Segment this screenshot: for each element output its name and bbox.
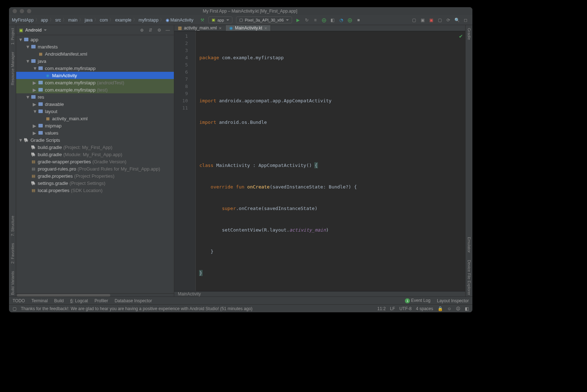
tree-row[interactable]: ▼app	[16, 36, 174, 43]
editor-tab[interactable]: ▦activity_main.xml×	[174, 25, 226, 31]
close-tab-icon[interactable]: ×	[264, 25, 267, 31]
logcat-tool[interactable]: 6: Logcat	[70, 298, 88, 303]
close-window-icon[interactable]	[13, 9, 17, 13]
window-title: My First App – MainActivity.kt [My_First…	[31, 9, 469, 14]
face-icon[interactable]: ☺	[447, 306, 452, 311]
zoom-window-icon[interactable]	[27, 9, 31, 13]
terminal-tool[interactable]: Terminal	[31, 298, 47, 303]
android-icon: ▣	[19, 28, 23, 33]
help-icon[interactable]: ▣	[427, 16, 435, 24]
project-tree[interactable]: ▼app▼manifests▦AndroidManifest.xml▼java▼…	[16, 35, 174, 293]
build-tool[interactable]: Build	[54, 298, 64, 303]
coverage-icon[interactable]: ◧	[329, 16, 337, 24]
tree-row[interactable]: ▼🐘Gradle Scripts	[16, 136, 174, 144]
indent[interactable]: 4 spaces	[416, 306, 433, 311]
tree-row[interactable]: ▼res	[16, 93, 174, 101]
caret-position[interactable]: 11:2	[377, 306, 385, 311]
target-icon[interactable]: ⊕	[139, 27, 145, 33]
encoding[interactable]: UTF-8	[399, 306, 412, 311]
editor-breadcrumb[interactable]: MainActivity	[174, 291, 465, 297]
layout-inspector-tool[interactable]: Layout Inspector	[437, 298, 469, 303]
stop-button[interactable]: ■	[355, 16, 362, 24]
db-inspector-tool[interactable]: Database Inspector	[115, 298, 152, 303]
favorites-tool-tab[interactable]: 2: Favorites	[10, 242, 15, 265]
tree-row[interactable]: ▼java	[16, 57, 174, 65]
breadcrumb-item[interactable]: ◉MainActivity	[166, 18, 193, 23]
editor-tabs: ▦activity_main.xml×◉MainActivity.kt×	[174, 25, 465, 31]
chevron-down-icon[interactable]	[44, 29, 47, 31]
profiler-tool[interactable]: Profiler	[94, 298, 108, 303]
line-sep[interactable]: LF	[390, 306, 395, 311]
avd-manager-icon[interactable]: ▢	[410, 16, 418, 24]
breadcrumb-item[interactable]: java	[85, 18, 93, 23]
structure-tool-tab[interactable]: 7: Structure	[10, 214, 15, 238]
tree-row[interactable]: ▼com.example.myfirstapp	[16, 65, 174, 72]
profiler-icon[interactable]: ◔	[337, 16, 345, 24]
breadcrumb-item[interactable]: src	[55, 18, 61, 23]
sdk-manager-icon[interactable]: ▣	[419, 16, 426, 24]
code-editor[interactable]: package com.example.myfirstapp import an…	[196, 31, 465, 291]
tree-row[interactable]: ▤gradle.properties (Project Properties)	[16, 172, 174, 179]
tree-row[interactable]: ▶values	[16, 129, 174, 136]
sidebar-scrollbar-horizontal[interactable]	[16, 293, 174, 297]
attach-debugger-icon[interactable]: ⨁	[346, 16, 354, 24]
build-variants-tool-tab[interactable]: Build Variants	[10, 270, 15, 297]
filter-icon[interactable]: ⇵	[147, 27, 154, 33]
gear-icon[interactable]: ⚙	[156, 27, 162, 33]
tree-row[interactable]: ▼layout	[16, 108, 174, 115]
memory-icon[interactable]: ◧	[465, 306, 469, 311]
breadcrumb-item[interactable]: app	[41, 18, 48, 23]
android-icon: ▣	[212, 18, 215, 22]
fold-column[interactable]	[191, 31, 196, 291]
run-button[interactable]: ▶	[294, 16, 302, 24]
tree-row[interactable]: 🐘settings.gradle (Project Settings)	[16, 179, 174, 187]
face-sad-icon[interactable]: ☹	[456, 306, 461, 311]
device-explorer-tool-tab[interactable]: Device File Explorer	[467, 258, 471, 297]
sidebar-view-label[interactable]: Android	[25, 28, 42, 33]
hide-icon[interactable]: —	[165, 27, 171, 33]
tree-row[interactable]: ▶com.example.myfirstapp (androidTest)	[16, 79, 174, 86]
tree-row[interactable]: ▦AndroidManifest.xml	[16, 50, 174, 57]
event-log-tool[interactable]: 1Event Log	[405, 298, 430, 303]
editor-tab[interactable]: ◉MainActivity.kt×	[226, 25, 271, 31]
line-gutter[interactable]: 1234567891011	[174, 31, 191, 291]
right-tool-rail: Gradle Emulator Device File Explorer	[465, 25, 472, 297]
breadcrumb-item[interactable]: MyFirstApp	[12, 18, 34, 23]
tree-row[interactable]: ◉MainActivity	[16, 72, 174, 79]
tree-row[interactable]: 🐘build.gradle (Project: My_First_App)	[16, 144, 174, 151]
tree-row[interactable]: 🐘build.gradle (Module: My_First_App.app)	[16, 151, 174, 158]
breadcrumb: MyFirstApp〉app〉src〉main〉java〉com〉example…	[12, 17, 193, 23]
breadcrumb-item[interactable]: myfirstapp	[139, 18, 158, 23]
emulator-tool-tab[interactable]: Emulator	[467, 235, 471, 254]
project-tool-tab[interactable]: 1: Project	[10, 27, 15, 46]
tree-row[interactable]: ▶mipmap	[16, 122, 174, 129]
apply-changes-icon[interactable]: ↻	[303, 16, 311, 24]
status-icon[interactable]: ▢	[13, 306, 17, 311]
resource-manager-tool-tab[interactable]: Resource Manager	[10, 50, 15, 87]
minimize-window-icon[interactable]	[20, 9, 24, 13]
close-tab-icon[interactable]: ×	[219, 25, 222, 31]
apply-code-icon[interactable]: ≡	[311, 16, 319, 24]
tree-row[interactable]: ▶drawable	[16, 101, 174, 108]
todo-tool[interactable]: TODO	[13, 298, 25, 303]
emulator-icon[interactable]: ▢	[436, 16, 444, 24]
device-selector[interactable]: ▢ Pixel_3a_API_30_x86	[236, 17, 292, 23]
sync-icon[interactable]: ⟳	[444, 16, 452, 24]
build-hammer-icon[interactable]: ⚒	[198, 16, 206, 24]
debug-button[interactable]: ⨁	[320, 16, 328, 24]
tree-row[interactable]: ▼manifests	[16, 43, 174, 50]
search-icon[interactable]: 🔍	[453, 16, 461, 24]
tree-row[interactable]: ▤proguard-rules.pro (ProGuard Rules for …	[16, 165, 174, 172]
tree-row[interactable]: ▤local.properties (SDK Location)	[16, 187, 174, 194]
profile-icon[interactable]: ◻	[462, 16, 470, 24]
gradle-tool-tab[interactable]: Gradle	[467, 27, 471, 41]
breadcrumb-item[interactable]: main	[68, 18, 78, 23]
breadcrumb-item[interactable]: example	[115, 18, 131, 23]
tree-row[interactable]: ▦activity_main.xml	[16, 115, 174, 122]
window-controls	[13, 9, 31, 13]
breadcrumb-item[interactable]: com	[100, 18, 108, 23]
run-config-selector[interactable]: ▣ app	[208, 17, 232, 23]
tree-row[interactable]: ▶com.example.myfirstapp (test)	[16, 86, 174, 93]
tree-row[interactable]: ▤gradle-wrapper.properties (Gradle Versi…	[16, 158, 174, 165]
lock-icon[interactable]: 🔒	[438, 306, 443, 311]
